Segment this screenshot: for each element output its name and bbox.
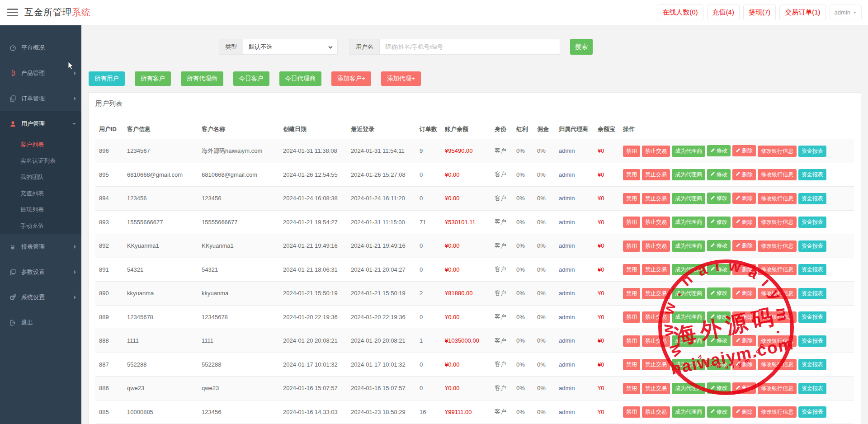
disable-button[interactable]: 禁用 [623, 406, 640, 418]
cell-agent[interactable]: admin [555, 329, 594, 353]
make-agent-button[interactable]: 成为代理商 [672, 169, 705, 180]
edit-bank-button[interactable]: 修改银行信息 [758, 146, 797, 157]
all-agents-button[interactable]: 所有代理商 [181, 71, 223, 86]
delete-button[interactable]: 删除 [732, 193, 756, 204]
disable-button[interactable]: 禁用 [623, 217, 640, 228]
delete-button[interactable]: 删除 [732, 287, 756, 299]
edit-button[interactable]: 修改 [707, 406, 731, 418]
forbid-trade-button[interactable]: 禁止交易 [642, 169, 670, 180]
forbid-trade-button[interactable]: 禁止交易 [642, 288, 670, 299]
add-agent-button[interactable]: 添加代理+ [381, 71, 421, 86]
make-agent-button[interactable]: 成为代理商 [672, 359, 705, 370]
today-agents-button[interactable]: 今日代理商 [279, 71, 322, 86]
withdraw-button[interactable]: 提现(7) [743, 5, 776, 20]
fund-report-button[interactable]: 资金报表 [798, 406, 826, 418]
make-agent-button[interactable]: 成为代理商 [672, 240, 705, 252]
disable-button[interactable]: 禁用 [623, 169, 640, 180]
fund-report-button[interactable]: 资金报表 [798, 169, 826, 180]
edit-bank-button[interactable]: 修改银行信息 [758, 240, 797, 252]
cell-agent[interactable]: admin [555, 139, 594, 163]
cell-agent[interactable]: admin [555, 187, 594, 211]
delete-button[interactable]: 删除 [732, 406, 756, 418]
edit-button[interactable]: 修改 [707, 359, 731, 370]
fund-report-button[interactable]: 资金报表 [798, 146, 826, 157]
edit-button[interactable]: 修改 [707, 217, 731, 228]
forbid-trade-button[interactable]: 禁止交易 [642, 217, 670, 228]
make-agent-button[interactable]: 成为代理商 [672, 217, 705, 228]
username-input[interactable] [379, 39, 560, 55]
cell-agent[interactable]: admin [555, 377, 594, 400]
forbid-trade-button[interactable]: 禁止交易 [642, 406, 670, 418]
disable-button[interactable]: 禁用 [623, 359, 640, 370]
admin-user-menu[interactable]: admin [830, 5, 862, 20]
forbid-trade-button[interactable]: 禁止交易 [642, 193, 670, 204]
fund-report-button[interactable]: 资金报表 [798, 217, 826, 228]
today-customers-button[interactable]: 今日客户 [233, 71, 269, 86]
disable-button[interactable]: 禁用 [623, 264, 640, 275]
forbid-trade-button[interactable]: 禁止交易 [642, 146, 670, 157]
fund-report-button[interactable]: 资金报表 [798, 193, 826, 204]
deposit-button[interactable]: 充值(4) [707, 5, 740, 20]
add-customer-button[interactable]: 添加客户+ [331, 71, 371, 86]
sidebar-item-overview[interactable]: 平台概况 [0, 35, 81, 61]
edit-bank-button[interactable]: 修改银行信息 [758, 311, 797, 323]
forbid-trade-button[interactable]: 禁止交易 [642, 335, 670, 347]
fund-report-button[interactable]: 资金报表 [798, 335, 826, 347]
disable-button[interactable]: 禁用 [623, 240, 640, 252]
sidebar-item-products[interactable]: 产品管理 [0, 61, 81, 86]
edit-button[interactable]: 修改 [707, 382, 731, 394]
forbid-trade-button[interactable]: 禁止交易 [642, 264, 670, 275]
fund-report-button[interactable]: 资金报表 [798, 240, 826, 252]
make-agent-button[interactable]: 成为代理商 [672, 146, 705, 157]
fund-report-button[interactable]: 资金报表 [798, 383, 826, 394]
edit-button[interactable]: 修改 [707, 311, 731, 323]
edit-bank-button[interactable]: 修改银行信息 [758, 169, 797, 180]
disable-button[interactable]: 禁用 [623, 335, 640, 347]
make-agent-button[interactable]: 成为代理商 [672, 335, 705, 347]
edit-button[interactable]: 修改 [707, 193, 731, 204]
delete-button[interactable]: 删除 [732, 311, 756, 323]
edit-button[interactable]: 修改 [707, 335, 731, 346]
sidebar-subitem-customer-list[interactable]: 客户列表 [0, 137, 81, 153]
forbid-trade-button[interactable]: 禁止交易 [642, 240, 670, 252]
forbid-trade-button[interactable]: 禁止交易 [642, 383, 670, 394]
sidebar-subitem-manual-deposit[interactable]: 手动充值 [0, 218, 81, 234]
delete-button[interactable]: 删除 [732, 382, 756, 394]
make-agent-button[interactable]: 成为代理商 [672, 383, 705, 394]
sidebar-subitem-withdraw-list[interactable]: 提现列表 [0, 202, 81, 218]
edit-bank-button[interactable]: 修改银行信息 [758, 217, 797, 228]
disable-button[interactable]: 禁用 [623, 383, 640, 394]
delete-button[interactable]: 删除 [732, 145, 756, 156]
cell-agent[interactable]: admin [555, 210, 594, 234]
edit-bank-button[interactable]: 修改银行信息 [758, 406, 797, 418]
edit-bank-button[interactable]: 修改银行信息 [758, 383, 797, 394]
make-agent-button[interactable]: 成为代理商 [672, 311, 705, 323]
fund-report-button[interactable]: 资金报表 [798, 311, 826, 323]
forbid-trade-button[interactable]: 禁止交易 [642, 311, 670, 323]
disable-button[interactable]: 禁用 [623, 288, 640, 299]
edit-bank-button[interactable]: 修改银行信息 [758, 335, 797, 347]
delete-button[interactable]: 删除 [732, 240, 756, 251]
delete-button[interactable]: 删除 [732, 169, 756, 180]
edit-button[interactable]: 修改 [707, 287, 731, 299]
cell-agent[interactable]: admin [555, 400, 594, 424]
edit-button[interactable]: 修改 [707, 145, 731, 156]
make-agent-button[interactable]: 成为代理商 [672, 288, 705, 299]
cell-agent[interactable]: admin [555, 305, 594, 329]
delete-button[interactable]: 删除 [732, 359, 756, 370]
sidebar-item-logout[interactable]: 退出 [0, 310, 81, 335]
edit-bank-button[interactable]: 修改银行信息 [758, 359, 797, 370]
all-users-button[interactable]: 所有用户 [89, 71, 125, 86]
disable-button[interactable]: 禁用 [623, 311, 640, 323]
delete-button[interactable]: 删除 [732, 335, 756, 346]
all-customers-button[interactable]: 所有客户 [135, 71, 171, 86]
sidebar-subitem-my-team[interactable]: 我的团队 [0, 169, 81, 185]
trade-orders-button[interactable]: 交易订单(1) [779, 5, 826, 20]
cell-agent[interactable]: admin [555, 163, 594, 187]
search-button[interactable]: 搜索 [570, 39, 593, 55]
make-agent-button[interactable]: 成为代理商 [672, 193, 705, 204]
make-agent-button[interactable]: 成为代理商 [672, 264, 705, 275]
sidebar-subitem-kyc-list[interactable]: 实名认证列表 [0, 153, 81, 169]
hamburger-menu-icon[interactable] [7, 7, 18, 18]
edit-button[interactable]: 修改 [707, 240, 731, 251]
